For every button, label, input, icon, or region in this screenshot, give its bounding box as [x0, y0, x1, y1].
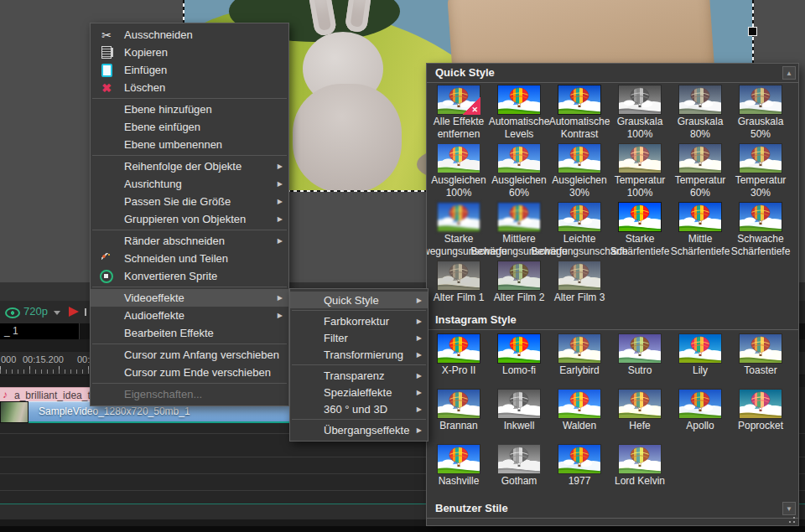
balloon-thumbnail: [739, 333, 782, 364]
menu-item-bergangseffekte[interactable]: Übergangseffekte▶: [290, 421, 428, 438]
menu-item-passen-sie-die-gr-e[interactable]: Passen Sie die Größe▶: [91, 193, 288, 210]
style-label-line: Grauskala: [617, 116, 663, 128]
style-thumb-grauskala-50[interactable]: Grauskala50%: [730, 83, 791, 142]
menu-item-schneiden-und-teilen[interactable]: Schneiden und Teilen: [91, 250, 288, 267]
submenu-arrow-icon: ▶: [278, 312, 283, 319]
style-thumb-toaster[interactable]: Toaster: [730, 332, 791, 387]
style-thumb-automatische-kontrast[interactable]: AutomatischeKontrast: [549, 83, 610, 142]
style-thumb-sutro[interactable]: Sutro: [610, 332, 670, 387]
style-thumb-grauskala-100[interactable]: Grauskala100%: [610, 83, 670, 142]
menu-item-label: Konvertieren Sprite: [124, 270, 217, 282]
style-label: Lomo-fi: [502, 364, 536, 377]
video-clip-thumbnail[interactable]: [0, 401, 29, 423]
style-label-line: Grauskala: [738, 116, 784, 128]
style-thumb-temperatur-60[interactable]: Temperatur60%: [670, 142, 730, 200]
menu-item-konvertieren-sprite[interactable]: Konvertieren Sprite: [91, 267, 288, 285]
style-thumb-ausgleichen-60[interactable]: Ausgleichen60%: [489, 142, 549, 200]
style-thumb-grauskala-80[interactable]: Grauskala80%: [670, 83, 730, 142]
style-label: SchwacheSchärfentiefe: [731, 233, 791, 258]
menu-item-r-nder-abschneiden[interactable]: Ränder abschneiden▶: [91, 232, 288, 250]
menu-item-label: Bearbeiten Effekte: [124, 327, 214, 339]
style-label: Inkwell: [504, 420, 535, 432]
style-thumb-alter-film-1[interactable]: Alter Film 1: [428, 259, 489, 309]
balloon-thumbnail: [739, 143, 782, 173]
style-thumb-temperatur-100[interactable]: Temperatur100%: [610, 142, 670, 200]
play-button[interactable]: [69, 307, 79, 317]
style-thumb-nashville[interactable]: Nashville: [428, 442, 489, 498]
submenu-arrow-icon: ▶: [417, 334, 422, 342]
resize-grip[interactable]: [788, 516, 796, 524]
scroll-up-icon[interactable]: ▲: [782, 66, 796, 80]
style-label-line: 80%: [678, 128, 724, 141]
balloon-thumbnail: [558, 85, 601, 115]
chevron-down-icon[interactable]: [54, 311, 60, 315]
style-thumb-schwache-sch-rfentiefe[interactable]: SchwacheSchärfentiefe: [730, 200, 791, 259]
menu-item-360-und-3d[interactable]: 360 ° und 3D▶: [290, 400, 428, 417]
style-thumb-earlybird[interactable]: Earlybird: [549, 332, 610, 387]
menu-item-l-schen[interactable]: ✖Löschen: [91, 79, 288, 96]
menu-item-transformierung[interactable]: Transformierung▶: [290, 346, 428, 363]
scene-tab[interactable]: _ 1: [0, 323, 80, 339]
scroll-down-icon[interactable]: ▼: [782, 502, 796, 515]
style-thumb-poprocket[interactable]: Poprocket: [730, 387, 791, 442]
menu-item-ausrichtung[interactable]: Ausrichtung▶: [91, 175, 288, 193]
menu-item-audioeffekte[interactable]: Audioeffekte▶: [91, 307, 288, 324]
style-thumb-alle-effekte-entfernen[interactable]: ✕Alle Effekteentfernen: [428, 83, 489, 142]
menu-item-ebene-einf-gen[interactable]: Ebene einfügen: [91, 118, 288, 136]
menu-item-bearbeiten-effekte[interactable]: Bearbeiten Effekte: [91, 324, 288, 342]
style-thumb-brannan[interactable]: Brannan: [428, 387, 489, 442]
menu-item-cursor-zum-ende-verschieben[interactable]: Cursor zum Ende verschieben: [91, 364, 288, 381]
style-thumb-alter-film-3[interactable]: Alter Film 3: [549, 259, 610, 309]
menu-item-cursor-zum-anfang-verschieben[interactable]: Cursor zum Anfang verschieben: [91, 346, 288, 364]
menu-item-filter[interactable]: Filter▶: [290, 329, 428, 346]
menu-item-spezialeffekte[interactable]: Spezialeffekte▶: [290, 384, 428, 400]
menu-item-gruppieren-von-objekten[interactable]: Gruppieren von Objekten▶: [91, 210, 288, 228]
preview-quality-eye-icon[interactable]: [5, 307, 20, 318]
style-label-line: Alter Film 3: [554, 292, 605, 304]
style-thumb-1977[interactable]: 1977: [549, 442, 610, 498]
style-label-line: 60%: [675, 187, 726, 199]
style-thumb-x-pro-ii[interactable]: X-Pro II: [428, 332, 489, 387]
menu-item-reihenfolge-der-objekte[interactable]: Reihenfolge der Objekte▶: [91, 158, 288, 175]
style-thumb-apollo[interactable]: Apollo: [670, 387, 730, 442]
style-thumb-hefe[interactable]: Hefe: [610, 387, 670, 442]
resolution-select[interactable]: 720p: [23, 305, 48, 318]
menu-item-videoeffekte[interactable]: Videoeffekte▶: [91, 289, 288, 307]
style-thumb-alter-film-2[interactable]: Alter Film 2: [489, 259, 549, 309]
menu-item-label: Ausschneiden: [124, 28, 193, 41]
style-thumb-automatische-levels[interactable]: AutomatischeLevels: [489, 83, 549, 142]
style-label-line: Hefe: [629, 420, 650, 432]
style-label: Grauskala100%: [617, 116, 663, 141]
menu-item-kopieren[interactable]: Kopieren: [91, 44, 288, 61]
menu-item-ebene-hinzuf-gen[interactable]: Ebene hinzufügen: [91, 101, 288, 118]
paste-icon: [96, 64, 117, 77]
style-thumb-temperatur-30[interactable]: Temperatur30%: [730, 142, 791, 200]
style-thumb-inkwell[interactable]: Inkwell: [489, 387, 549, 442]
menu-item-label: Farbkorrektur: [324, 315, 389, 328]
ruler-label: 000: [1, 354, 16, 364]
style-thumb-leichte-bewegungsunsch-rfe[interactable]: LeichteBewegungsunschärfe: [549, 200, 610, 259]
style-thumb-gotham[interactable]: Gotham: [489, 442, 549, 498]
wand-icon: [96, 253, 117, 264]
style-thumb-walden[interactable]: Walden: [549, 387, 610, 442]
style-thumb-mittle-sch-rfentiefe[interactable]: MittleSchärfentiefe: [670, 200, 730, 259]
style-label: Ausgleichen100%: [431, 174, 486, 199]
style-thumb-lomo-fi[interactable]: Lomo-fi: [489, 332, 549, 387]
ruler-label: 00:15.200: [23, 354, 64, 364]
menu-item-farbkorrektur[interactable]: Farbkorrektur▶: [290, 312, 428, 329]
style-thumb-lord-kelvin[interactable]: Lord Kelvin: [610, 442, 670, 498]
style-thumb-ausgleichen-100[interactable]: Ausgleichen100%: [428, 142, 489, 200]
menu-item-einf-gen[interactable]: Einfügen: [91, 61, 288, 79]
horizontal-scrollbar[interactable]: [0, 526, 805, 532]
menu-item-ebene-umbenennen[interactable]: Ebene umbenennen: [91, 136, 288, 153]
style-thumb-lily[interactable]: Lily: [670, 332, 730, 387]
style-row: BrannanInkwellWaldenHefeApolloPoprocket: [427, 387, 798, 442]
selection-resize-handle[interactable]: [748, 27, 757, 36]
style-thumb-ausgleichen-30[interactable]: Ausgleichen30%: [549, 142, 610, 200]
balloon-thumbnail: [678, 143, 722, 173]
menu-item-ausschneiden[interactable]: ✂Ausschneiden: [91, 26, 288, 44]
copy-icon: [96, 46, 117, 59]
style-thumb-starke-sch-rfentiefe[interactable]: StarkeSchärfentiefe: [610, 200, 670, 259]
menu-item-transparenz[interactable]: Transparenz▶: [290, 367, 428, 384]
menu-item-quick-style[interactable]: Quick Style▶: [290, 292, 428, 308]
